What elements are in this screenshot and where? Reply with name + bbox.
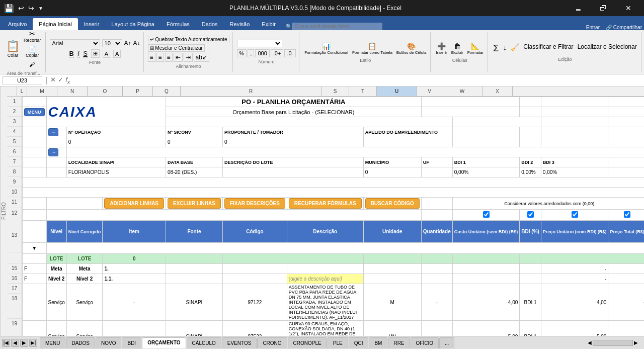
- tab-revisao[interactable]: Revisão: [224, 18, 256, 30]
- cell-U1[interactable]: [520, 97, 541, 107]
- col-W[interactable]: W: [442, 86, 482, 96]
- cell-M12[interactable]: [46, 210, 421, 221]
- cell-Q17[interactable]: [222, 274, 287, 284]
- border-button[interactable]: ⊞: [91, 49, 100, 58]
- cell-V1[interactable]: [541, 97, 608, 107]
- cell-M4[interactable]: ←: [46, 127, 66, 137]
- row-num-8[interactable]: 8: [7, 167, 22, 177]
- cell-row9[interactable]: [23, 177, 645, 188]
- cell-V15[interactable]: [520, 254, 541, 264]
- cell-L14[interactable]: ▼: [23, 243, 47, 254]
- row-num-3[interactable]: 3: [7, 117, 22, 127]
- cell-U3[interactable]: [541, 117, 608, 127]
- cell-W18[interactable]: 4,00: [541, 284, 608, 321]
- row-num-11[interactable]: 11: [7, 197, 22, 208]
- cell-W16[interactable]: -: [541, 264, 608, 274]
- sheet-tab-menu[interactable]: MENU: [40, 337, 65, 348]
- cell-Q19[interactable]: 97522: [222, 321, 287, 336]
- cell-R16[interactable]: [287, 264, 363, 274]
- row-num-19[interactable]: 19: [7, 319, 22, 336]
- cell-S3[interactable]: [452, 117, 541, 127]
- cell-M14[interactable]: [46, 243, 644, 254]
- col-O[interactable]: O: [88, 86, 123, 96]
- italic-button[interactable]: I: [77, 50, 79, 58]
- cell-T8[interactable]: [421, 167, 452, 177]
- cell-L2[interactable]: MENU: [23, 107, 47, 117]
- format-cells-button[interactable]: 📐 Formatar: [466, 41, 485, 56]
- col-T[interactable]: T: [349, 86, 377, 96]
- cell-O19[interactable]: -: [103, 321, 166, 336]
- cell-N15[interactable]: LOTE: [66, 254, 103, 264]
- cell-M1[interactable]: CAIXA: [46, 97, 166, 127]
- cell-X4[interactable]: [608, 127, 644, 137]
- cell-V17[interactable]: [520, 274, 541, 284]
- cell-O15[interactable]: 0: [103, 254, 166, 264]
- cell-M8[interactable]: [46, 167, 66, 177]
- sheet-tab-novo[interactable]: NOVO: [96, 337, 121, 348]
- align-left[interactable]: ≡: [148, 53, 155, 62]
- sheet-tab-rre[interactable]: RRE: [388, 337, 410, 348]
- tab-scroll-prev[interactable]: ◀: [11, 339, 19, 347]
- sheet-tab-calculo[interactable]: CÁLCULO: [187, 337, 221, 348]
- close-button[interactable]: ✕: [617, 0, 640, 16]
- cell-W12[interactable]: [608, 210, 644, 221]
- customize-icon[interactable]: ▼: [38, 6, 43, 11]
- cell-L18[interactable]: [23, 284, 47, 321]
- entrar-button[interactable]: Entrar: [586, 25, 600, 30]
- cell-Q8[interactable]: [222, 167, 363, 177]
- tab-formulas[interactable]: Fórmulas: [160, 18, 196, 30]
- merge-center-button[interactable]: ⊞ Mesclar e Centralizar: [148, 44, 205, 52]
- row-num-15[interactable]: 15: [7, 263, 22, 274]
- find-button[interactable]: Localizar e Selecionar: [577, 42, 638, 55]
- cell-W2[interactable]: [608, 107, 644, 117]
- wrap-text-button[interactable]: ↵ Quebrar Texto Automaticamente: [148, 36, 229, 43]
- decimal-dec[interactable]: .0-: [284, 49, 296, 57]
- cell-R15[interactable]: [287, 254, 363, 264]
- cell-L19[interactable]: [23, 321, 47, 336]
- cell-X15[interactable]: [608, 254, 644, 264]
- cell-N17[interactable]: Nível 2: [66, 274, 103, 284]
- sheet-tab-eventos[interactable]: EVENTOS: [222, 337, 257, 348]
- cell-M16[interactable]: Meta: [46, 264, 66, 274]
- cell-T18[interactable]: -: [421, 284, 452, 321]
- cell-T16[interactable]: [421, 264, 452, 274]
- adicionar-linhas-button[interactable]: ADICIONAR LINHAS: [104, 198, 164, 209]
- cell-S1[interactable]: [421, 97, 520, 107]
- tab-scroll-first[interactable]: |◀: [2, 339, 10, 347]
- checkbox-T12[interactable]: [483, 211, 490, 218]
- checkbox-U12[interactable]: [527, 211, 534, 218]
- cell-M11[interactable]: [46, 198, 103, 210]
- col-S[interactable]: S: [321, 86, 349, 96]
- cell-U19[interactable]: 5,00: [452, 321, 520, 336]
- col-N[interactable]: N: [57, 86, 88, 96]
- col-V[interactable]: V: [417, 86, 442, 96]
- cell-X16[interactable]: [608, 264, 644, 274]
- prev-button[interactable]: ←: [48, 128, 58, 136]
- comma-button[interactable]: ,: [248, 49, 254, 57]
- copiar-button[interactable]: 📄Copiar: [23, 45, 42, 59]
- row-num-9[interactable]: 9: [7, 177, 22, 187]
- cell-V12[interactable]: [541, 210, 608, 221]
- cell-N19[interactable]: Serviço: [66, 321, 103, 336]
- row-num-12[interactable]: 12: [7, 208, 22, 230]
- cell-W15[interactable]: [541, 254, 608, 264]
- buscar-codigo-button[interactable]: BUSCAR CÓDIGO: [365, 198, 420, 209]
- tab-layout[interactable]: Layout da Página: [105, 18, 160, 30]
- cell-O11[interactable]: ADICIONAR LINHAS: [103, 198, 166, 210]
- cond-format-button[interactable]: 📊 Formatação Condicional: [303, 41, 349, 56]
- sheet-tab-qci[interactable]: QCI: [349, 337, 369, 348]
- cell-U15[interactable]: [452, 254, 520, 264]
- row-num-18[interactable]: 18: [7, 294, 22, 319]
- cell-X18[interactable]: -: [608, 284, 644, 321]
- cell-T19[interactable]: -: [421, 321, 452, 336]
- sort-filter-button[interactable]: Classificar e Filtrar: [522, 42, 574, 55]
- cell-W17[interactable]: -: [541, 274, 608, 284]
- cell-T11[interactable]: [421, 198, 452, 210]
- cell-O16[interactable]: 1.: [103, 264, 166, 274]
- cell-R19[interactable]: CURVA 90 GRAUS, EM AÇO, CONEXÃO SOLDADA,…: [287, 321, 363, 336]
- compartilhar-button[interactable]: 🔗 Compartilhar: [606, 25, 642, 30]
- tab-dados[interactable]: Dados: [196, 18, 224, 30]
- recuperar-formulas-button[interactable]: RECUPERAR FÓRMULAS: [289, 198, 362, 209]
- cell-X19[interactable]: -: [608, 321, 644, 336]
- sheet-tab-cronople[interactable]: CRONOPLE: [288, 337, 327, 348]
